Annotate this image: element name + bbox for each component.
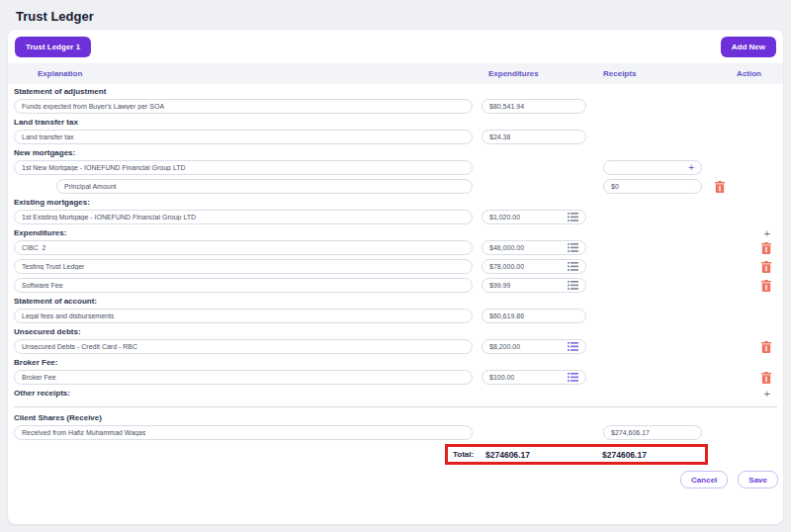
trash-icon[interactable] xyxy=(715,181,725,193)
explanation-input[interactable]: Unsecured Debts - Credit Card - RBC xyxy=(14,339,473,354)
section-unsecured-debts: Unsecured debts: xyxy=(14,327,81,337)
explanation-input[interactable]: CIBC_2 xyxy=(14,240,473,255)
explanation-input[interactable]: Broker Fee xyxy=(14,370,473,385)
list-icon[interactable] xyxy=(568,213,578,222)
expenditure-input[interactable]: $60,619.86 xyxy=(482,309,586,323)
expenditure-input[interactable]: $99.99 xyxy=(482,278,586,293)
total-row: Total: $274606.17 $274606.17 xyxy=(445,444,708,465)
add-receipt-icon[interactable]: + xyxy=(688,163,694,173)
trash-icon[interactable] xyxy=(761,261,771,273)
list-icon[interactable] xyxy=(568,243,578,252)
expenditure-input[interactable]: $46,000.00 xyxy=(482,240,586,255)
header-expenditures: Expenditures xyxy=(482,69,586,78)
list-icon[interactable] xyxy=(568,262,578,271)
table-row: Received from Hafiz Muhammad Waqas $274,… xyxy=(8,425,783,440)
table-row: CIBC_2 $46,000.00 xyxy=(8,240,783,255)
table-row: 1st Existing Mortgage - IONEFUND Financi… xyxy=(8,210,783,224)
table-row: Land transfer tax $24.38 xyxy=(8,130,783,144)
header-action: Action xyxy=(702,69,783,78)
explanation-input[interactable]: 1st New Mortgage - IONEFUND Financial Gr… xyxy=(14,160,473,175)
expenditure-input[interactable]: $24.38 xyxy=(482,130,586,144)
section-statement-of-adjustment: Statement of adjustment xyxy=(14,87,106,97)
list-icon[interactable] xyxy=(568,373,578,382)
table-row: Principal Amount $0 xyxy=(8,179,783,194)
expenditure-input[interactable]: $1,020.00 xyxy=(482,210,586,224)
explanation-input[interactable]: Testing Trust Ledger xyxy=(14,259,473,274)
trust-ledger-card: Trust Ledger 1 Add New Explanation Expen… xyxy=(8,30,783,524)
page-title: Trust Ledger xyxy=(0,0,791,24)
trash-icon[interactable] xyxy=(761,242,771,254)
cancel-button[interactable]: Cancel xyxy=(680,471,728,488)
section-client-shares: Client Shares (Receive) xyxy=(14,413,102,423)
explanation-input[interactable]: Received from Hafiz Muhammad Waqas xyxy=(14,425,473,440)
trash-icon[interactable] xyxy=(761,280,771,292)
receipt-input[interactable]: $0 xyxy=(603,179,702,194)
explanation-input[interactable]: Land transfer tax xyxy=(14,130,473,144)
header-receipts: Receipts xyxy=(603,69,702,78)
section-broker-fee: Broker Fee: xyxy=(14,358,57,368)
trash-icon[interactable] xyxy=(761,341,771,353)
add-new-button[interactable]: Add New xyxy=(721,37,776,57)
list-icon[interactable] xyxy=(568,281,578,290)
expenditure-input[interactable]: $100.00 xyxy=(482,370,586,385)
footer-actions: Cancel Save xyxy=(8,471,783,488)
section-statement-of-account: Statement of account: xyxy=(14,297,97,307)
principal-amount-input[interactable]: Principal Amount xyxy=(56,179,473,194)
section-expenditures: Expenditures: xyxy=(14,228,66,238)
total-expenditures: $274606.17 xyxy=(485,450,530,460)
explanation-input[interactable]: Legal fees and disbursements xyxy=(14,309,473,323)
section-land-transfer-tax: Land transfer tax xyxy=(14,118,78,128)
add-receipt-row-icon[interactable]: + xyxy=(764,389,770,399)
table-row: Software Fee $99.99 xyxy=(8,278,783,293)
topbar: Trust Ledger 1 Add New xyxy=(8,30,783,63)
tab-trust-ledger-1[interactable]: Trust Ledger 1 xyxy=(15,37,91,57)
table-header-row: Explanation Expenditures Receipts Action xyxy=(8,63,783,84)
expenditure-input[interactable]: $78,000.00 xyxy=(482,259,586,274)
table-row: Funds expected from Buyer's Lawyer per S… xyxy=(8,99,783,114)
total-receipts: $274606.17 xyxy=(602,450,647,460)
explanation-input[interactable]: Software Fee xyxy=(14,278,473,293)
trash-icon[interactable] xyxy=(761,372,771,384)
section-other-receipts: Other receipts: xyxy=(14,389,70,399)
expenditure-input[interactable]: $80,541.94 xyxy=(482,99,586,114)
table-row: Legal fees and disbursements $60,619.86 xyxy=(8,309,783,323)
section-existing-mortgages: Existing mortgages: xyxy=(14,198,90,208)
table-row: 1st New Mortgage - IONEFUND Financial Gr… xyxy=(8,160,783,175)
receipt-input[interactable]: $274,606.17 xyxy=(603,425,702,440)
divider xyxy=(14,406,777,407)
save-button[interactable]: Save xyxy=(738,471,778,488)
section-new-mortgages: New mortgages: xyxy=(14,148,75,158)
expenditure-input[interactable]: $8,200.00 xyxy=(482,339,586,354)
explanation-input[interactable]: 1st Existing Mortgage - IONEFUND Financi… xyxy=(14,210,473,224)
explanation-input[interactable]: Funds expected from Buyer's Lawyer per S… xyxy=(14,99,473,114)
table-row: Testing Trust Ledger $78,000.00 xyxy=(8,259,783,274)
list-icon[interactable] xyxy=(568,342,578,351)
header-explanation: Explanation xyxy=(14,69,473,78)
table-row: Unsecured Debts - Credit Card - RBC $8,2… xyxy=(8,339,783,354)
table-row: Broker Fee $100.00 xyxy=(8,370,783,385)
total-label: Total: xyxy=(453,450,474,459)
receipt-input[interactable]: + xyxy=(603,160,702,175)
add-expenditure-icon[interactable]: + xyxy=(764,228,770,238)
